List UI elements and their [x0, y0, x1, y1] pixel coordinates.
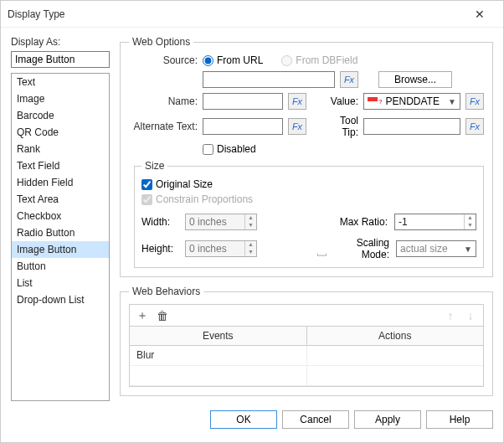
display-type-list[interactable]: TextImageBarcodeQR CodeRankText FieldHid… [11, 73, 110, 401]
width-label: Width: [141, 216, 178, 228]
table-row [130, 366, 483, 386]
alt-label: Alternate Text: [129, 121, 198, 132]
web-behaviors-legend: Web Behaviors [129, 286, 203, 297]
trash-icon[interactable]: 🗑 [155, 308, 170, 323]
add-icon[interactable]: ＋ [135, 308, 150, 323]
list-item[interactable]: Rank [12, 141, 109, 157]
name-label: Name: [129, 95, 198, 107]
value-label: Value: [323, 95, 358, 107]
apply-button[interactable]: Apply [354, 410, 421, 429]
tooltip-label: Tool Tip: [323, 115, 358, 138]
browse-button[interactable]: Browse... [378, 71, 452, 88]
web-options-legend: Web Options [129, 36, 193, 48]
max-ratio-label: Max Ratio: [334, 216, 388, 228]
fx-value[interactable]: Fx [465, 93, 484, 110]
actions-header: Actions [307, 327, 484, 345]
alt-input[interactable] [203, 118, 283, 135]
table-row[interactable]: Blur [130, 346, 483, 366]
close-icon[interactable]: ✕ [463, 8, 496, 21]
list-item[interactable]: Button [12, 258, 109, 275]
help-button[interactable]: Help [426, 410, 493, 429]
chevron-down-icon: ▼ [448, 97, 456, 106]
flag-icon [368, 97, 378, 106]
tooltip-input[interactable] [363, 118, 460, 135]
name-input[interactable] [203, 93, 283, 110]
disabled-checkbox[interactable]: Disabled [203, 143, 256, 155]
source-input[interactable] [203, 71, 335, 88]
height-label: Height: [141, 243, 178, 255]
fx-source[interactable]: Fx [340, 71, 358, 88]
scaling-label: Scaling Mode: [326, 237, 389, 260]
radio-from-url[interactable]: From URL [203, 54, 263, 66]
link-icon: ⎵ [317, 242, 327, 260]
original-size-checkbox[interactable]: Original Size [141, 178, 476, 190]
height-spinner: ▲▼ [185, 240, 257, 257]
fx-tooltip[interactable]: Fx [465, 118, 484, 135]
list-item[interactable]: Hidden Field [12, 174, 109, 191]
cancel-button[interactable]: Cancel [282, 410, 349, 429]
list-item[interactable]: List [12, 275, 109, 291]
radio-from-dbfield: From DBField [281, 54, 357, 66]
list-item[interactable]: Text Field [12, 157, 109, 174]
list-item[interactable]: Checkbox [12, 208, 109, 224]
scaling-select[interactable]: actual size ▼ [396, 240, 476, 257]
width-spinner: ▲▼ [185, 214, 257, 230]
window-title: Display Type [8, 8, 463, 20]
ok-button[interactable]: OK [210, 410, 277, 429]
chevron-down-icon: ▼ [464, 245, 472, 254]
arrow-up-icon: ↑ [443, 308, 458, 323]
fx-name[interactable]: Fx [288, 93, 306, 110]
source-label: Source: [129, 54, 198, 66]
display-as-input[interactable] [11, 51, 110, 68]
web-behaviors-group: Web Behaviors ＋ 🗑 ↑ ↓ Events Actions Blu… [120, 286, 493, 396]
list-item[interactable]: Radio Button [12, 224, 109, 241]
size-group: Size Original Size Constrain Proportions… [134, 160, 484, 268]
events-header: Events [130, 327, 307, 345]
size-legend: Size [141, 160, 167, 172]
list-item[interactable]: Image [12, 90, 109, 107]
list-item[interactable]: Barcode [12, 107, 109, 124]
max-ratio-spinner[interactable]: ▲▼ [394, 214, 476, 230]
arrow-down-icon: ↓ [463, 308, 478, 323]
list-item[interactable]: Text [12, 74, 109, 90]
web-options-group: Web Options Source: From URL From DBFiel… [120, 36, 493, 277]
list-item[interactable]: Text Area [12, 191, 109, 208]
constrain-checkbox: Constrain Proportions [141, 193, 476, 205]
fx-alt[interactable]: Fx [288, 118, 306, 135]
display-as-label: Display As: [11, 36, 110, 48]
value-select[interactable]: ? PENDDATE ▼ [363, 93, 460, 110]
list-item[interactable]: QR Code [12, 124, 109, 141]
list-item[interactable]: Image Button [12, 241, 109, 258]
list-item[interactable]: Drop-down List [12, 291, 109, 308]
